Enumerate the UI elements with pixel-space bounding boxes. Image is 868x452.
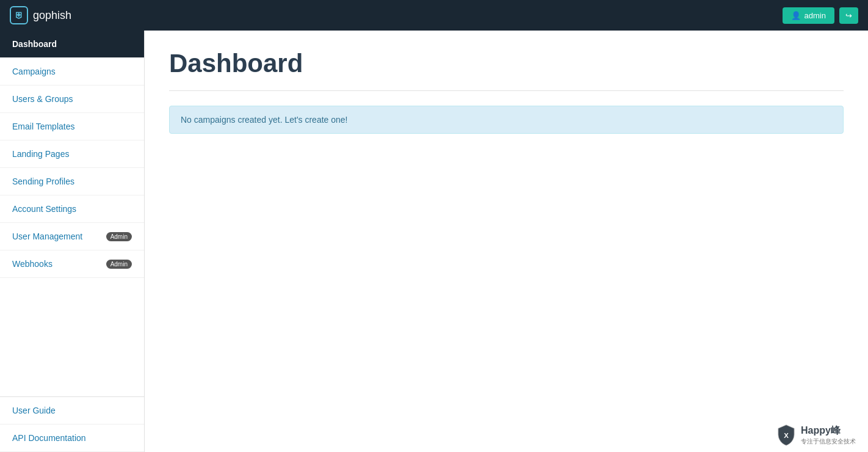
- watermark-subtitle: 专注于信息安全技术: [801, 437, 856, 446]
- sidebar-item-label: Webhooks: [12, 259, 106, 269]
- brand-logo[interactable]: ⛨ gophish: [10, 6, 71, 24]
- sidebar-item-landing-pages[interactable]: Landing Pages: [0, 140, 144, 168]
- navbar: ⛨ gophish 👤 admin ↪: [0, 0, 868, 31]
- sidebar-item-user-management[interactable]: User Management Admin: [0, 223, 144, 250]
- logout-icon: ↪: [845, 11, 852, 20]
- no-campaigns-alert: No campaigns created yet. Let's create o…: [169, 106, 844, 134]
- user-icon: 👤: [791, 11, 801, 20]
- sidebar-item-label: Email Templates: [12, 122, 132, 131]
- main-content: Dashboard No campaigns created yet. Let'…: [145, 31, 868, 452]
- watermark-title: Happy峰: [801, 425, 841, 436]
- sidebar: Dashboard Campaigns Users & Groups Email…: [0, 31, 145, 452]
- admin-button[interactable]: 👤 admin: [783, 7, 834, 24]
- main-layout: Dashboard Campaigns Users & Groups Email…: [0, 31, 868, 452]
- sidebar-item-email-templates[interactable]: Email Templates: [0, 113, 144, 140]
- sidebar-item-label: Campaigns: [12, 67, 132, 76]
- sidebar-item-label: Users & Groups: [12, 94, 132, 104]
- sidebar-item-label: API Documentation: [12, 433, 132, 443]
- admin-badge: Admin: [106, 260, 132, 269]
- sidebar-item-users-groups[interactable]: Users & Groups: [0, 86, 144, 113]
- no-campaigns-message: No campaigns created yet. Let's create o…: [181, 115, 348, 125]
- sidebar-item-sending-profiles[interactable]: Sending Profiles: [0, 168, 144, 195]
- sidebar-item-webhooks[interactable]: Webhooks Admin: [0, 250, 144, 278]
- watermark-text-container: Happy峰 专注于信息安全技术: [801, 425, 856, 446]
- divider: [169, 90, 844, 91]
- admin-badge: Admin: [106, 232, 132, 241]
- sidebar-item-campaigns[interactable]: Campaigns: [0, 58, 144, 86]
- sidebar-item-label: User Guide: [12, 406, 132, 415]
- watermark-shield-icon: X: [775, 424, 797, 446]
- brand-name: gophish: [33, 9, 71, 22]
- sidebar-item-label: User Management: [12, 231, 106, 241]
- sidebar-item-user-guide[interactable]: User Guide: [0, 397, 144, 425]
- brand-icon: ⛨: [10, 6, 28, 24]
- sidebar-item-dashboard[interactable]: Dashboard: [0, 31, 144, 58]
- page-title: Dashboard: [169, 49, 844, 78]
- sidebar-item-label: Dashboard: [12, 39, 132, 49]
- navbar-right: 👤 admin ↪: [783, 7, 858, 24]
- logout-button[interactable]: ↪: [839, 7, 858, 24]
- svg-text:X: X: [784, 432, 789, 439]
- sidebar-item-label: Landing Pages: [12, 149, 132, 159]
- sidebar-item-label: Account Settings: [12, 204, 132, 214]
- sidebar-item-account-settings[interactable]: Account Settings: [0, 195, 144, 223]
- watermark: X Happy峰 专注于信息安全技术: [775, 424, 856, 446]
- admin-label: admin: [805, 11, 826, 20]
- sidebar-item-api-documentation[interactable]: API Documentation: [0, 425, 144, 452]
- sidebar-bottom: User Guide API Documentation: [0, 396, 144, 452]
- sidebar-item-label: Sending Profiles: [12, 177, 132, 186]
